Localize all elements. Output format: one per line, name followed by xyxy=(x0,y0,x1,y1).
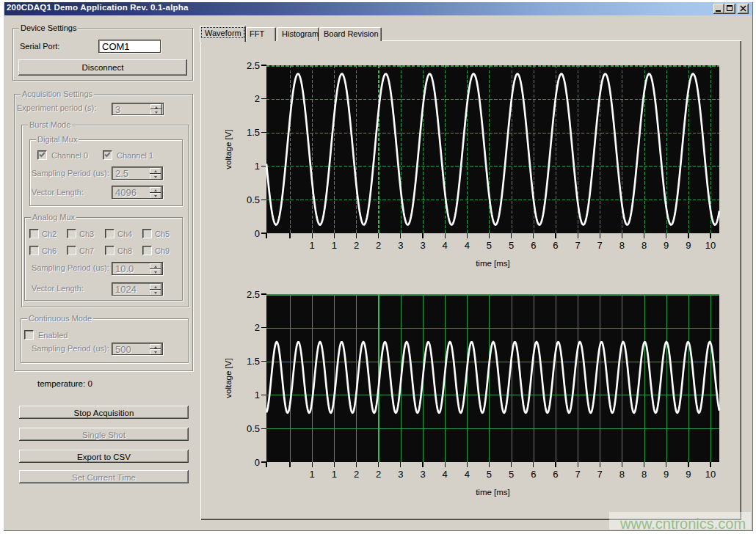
svg-text:9: 9 xyxy=(686,469,691,480)
svg-text:5: 5 xyxy=(509,240,514,251)
svg-text:2: 2 xyxy=(354,469,359,480)
svg-text:2: 2 xyxy=(376,240,381,251)
svg-text:7: 7 xyxy=(597,240,603,251)
svg-text:1: 1 xyxy=(332,240,337,251)
svg-text:2: 2 xyxy=(376,469,381,480)
svg-text:8: 8 xyxy=(619,469,625,480)
svg-text:6: 6 xyxy=(531,469,536,480)
svg-text:10: 10 xyxy=(705,240,716,251)
svg-text:4: 4 xyxy=(465,469,470,480)
svg-text:9: 9 xyxy=(664,469,669,480)
svg-text:8: 8 xyxy=(641,469,647,480)
svg-text:3: 3 xyxy=(420,469,425,480)
svg-text:2: 2 xyxy=(255,322,260,333)
svg-text:7: 7 xyxy=(575,469,580,480)
svg-text:1: 1 xyxy=(310,469,315,480)
svg-text:0: 0 xyxy=(255,228,260,239)
svg-text:1: 1 xyxy=(255,389,260,400)
svg-text:3: 3 xyxy=(398,469,403,480)
svg-text:5: 5 xyxy=(487,469,492,480)
svg-text:1: 1 xyxy=(332,469,337,480)
svg-text:time [ms]: time [ms] xyxy=(476,488,510,497)
svg-text:6: 6 xyxy=(553,469,558,480)
svg-text:8: 8 xyxy=(641,240,647,251)
svg-text:6: 6 xyxy=(531,240,536,251)
svg-text:2.5: 2.5 xyxy=(247,60,260,71)
svg-text:7: 7 xyxy=(575,240,580,251)
svg-text:10: 10 xyxy=(705,469,716,480)
svg-text:2: 2 xyxy=(354,240,359,251)
svg-text:1: 1 xyxy=(255,161,260,172)
svg-text:4: 4 xyxy=(442,469,447,480)
svg-text:0.5: 0.5 xyxy=(247,194,260,205)
svg-text:4: 4 xyxy=(442,240,447,251)
svg-text:time [ms]: time [ms] xyxy=(476,259,510,268)
svg-text:8: 8 xyxy=(619,240,625,251)
svg-text:5: 5 xyxy=(509,469,514,480)
svg-text:9: 9 xyxy=(686,240,691,251)
svg-text:voltage [V]: voltage [V] xyxy=(224,358,233,398)
svg-text:voltage [V]: voltage [V] xyxy=(224,129,233,169)
svg-text:5: 5 xyxy=(487,240,492,251)
svg-text:6: 6 xyxy=(553,240,558,251)
svg-text:1.5: 1.5 xyxy=(247,127,260,138)
svg-text:1: 1 xyxy=(310,240,315,251)
svg-text:3: 3 xyxy=(420,240,425,251)
svg-text:1.5: 1.5 xyxy=(247,356,260,367)
svg-text:7: 7 xyxy=(597,469,603,480)
svg-text:3: 3 xyxy=(398,240,403,251)
svg-text:0: 0 xyxy=(255,457,260,468)
svg-text:0.5: 0.5 xyxy=(247,423,260,434)
svg-text:2: 2 xyxy=(255,93,260,104)
svg-text:9: 9 xyxy=(664,240,669,251)
svg-text:4: 4 xyxy=(465,240,470,251)
svg-text:2.5: 2.5 xyxy=(247,289,260,300)
